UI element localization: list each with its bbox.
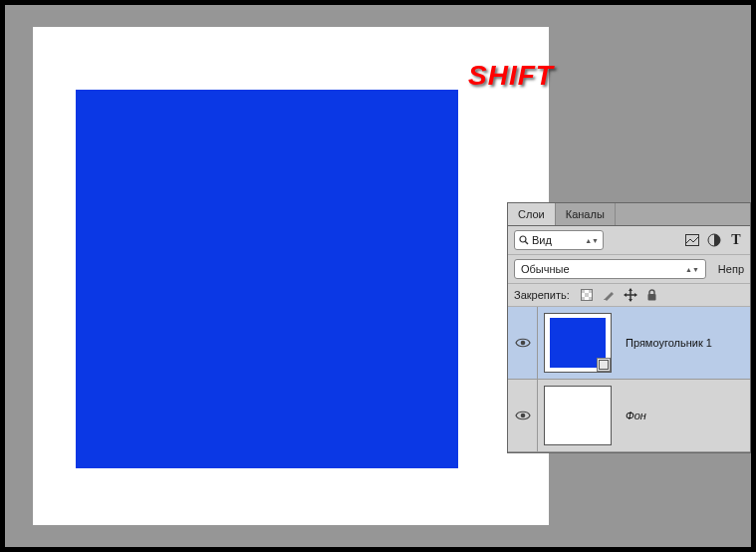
blend-mode-value: Обычные (521, 263, 570, 275)
svg-line-1 (525, 241, 528, 244)
svg-marker-13 (629, 288, 632, 291)
rectangle-shape[interactable] (76, 90, 458, 468)
canvas-area: SHIFT Слои Каналы Вид ▲▼ T (5, 5, 751, 547)
layer-thumbnail[interactable] (544, 386, 612, 445)
lock-all-icon[interactable] (645, 288, 659, 302)
text-filter-icon[interactable]: T (728, 232, 744, 248)
search-icon (519, 235, 529, 245)
svg-marker-15 (624, 293, 627, 297)
visibility-toggle[interactable] (508, 307, 538, 379)
layer-thumbnail[interactable] (544, 313, 612, 373)
blend-row: Обычные ▲▼ Непр (508, 255, 750, 284)
filter-label: Вид (532, 234, 585, 246)
svg-point-19 (520, 414, 525, 418)
layer-name-label[interactable]: Прямоугольник 1 (626, 337, 712, 349)
stepper-icon: ▲▼ (585, 238, 599, 243)
layer-filter-dropdown[interactable]: Вид ▲▼ (514, 230, 604, 250)
eye-icon (515, 410, 531, 421)
svg-rect-17 (648, 294, 656, 301)
eye-icon (515, 337, 531, 349)
lock-transparency-icon[interactable] (580, 288, 594, 302)
tab-channels[interactable]: Каналы (556, 203, 616, 225)
image-filter-icon[interactable] (684, 232, 700, 248)
layers-panel: Слои Каналы Вид ▲▼ T Обычные ▲▼ (507, 202, 751, 453)
svg-rect-7 (585, 293, 589, 297)
blend-mode-dropdown[interactable]: Обычные ▲▼ (514, 259, 706, 279)
adjustment-filter-icon[interactable] (706, 232, 722, 248)
stepper-icon: ▲▼ (685, 267, 699, 272)
svg-marker-14 (629, 299, 632, 302)
svg-rect-2 (686, 235, 699, 246)
filter-row: Вид ▲▼ T (508, 226, 750, 255)
opacity-label: Непр (718, 263, 744, 275)
layer-name-label[interactable]: Фон (626, 410, 646, 421)
lock-position-icon[interactable] (624, 288, 637, 302)
tab-layers[interactable]: Слои (508, 203, 556, 225)
keyboard-hint-label: SHIFT (468, 60, 554, 92)
layer-row-background[interactable]: Фон (508, 380, 750, 452)
lock-label: Закрепить: (514, 289, 570, 301)
layer-row-rectangle[interactable]: Прямоугольник 1 (508, 307, 750, 380)
svg-marker-16 (634, 293, 637, 297)
svg-point-0 (520, 236, 526, 242)
svg-point-18 (520, 341, 525, 346)
panel-tabs: Слои Каналы (508, 203, 750, 226)
lock-pixels-icon[interactable] (602, 288, 616, 302)
layers-list: Прямоугольник 1 Фон (508, 307, 750, 452)
lock-row: Закрепить: (508, 284, 750, 307)
visibility-toggle[interactable] (508, 380, 538, 451)
shape-layer-badge-icon (597, 358, 611, 372)
